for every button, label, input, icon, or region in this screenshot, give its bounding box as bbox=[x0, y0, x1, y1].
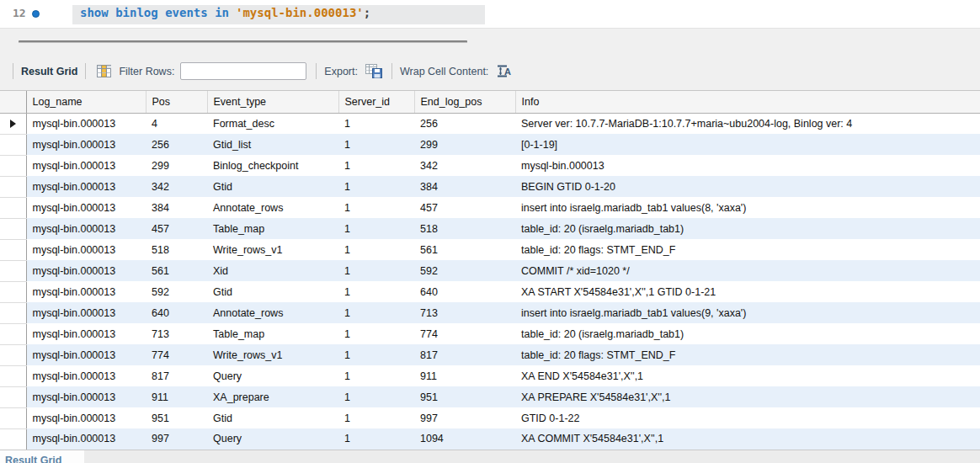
table-row[interactable]: mysql-bin.000013817Query1911XA END X'545… bbox=[0, 365, 980, 386]
cell-event_type[interactable]: Gtid bbox=[207, 176, 338, 197]
table-row[interactable]: mysql-bin.000013640Annotate_rows1713inse… bbox=[0, 302, 980, 323]
cell-info[interactable]: mysql-bin.000013 bbox=[515, 155, 980, 176]
pane-splitter-handle[interactable] bbox=[19, 40, 467, 43]
cell-pos[interactable]: 561 bbox=[146, 260, 207, 281]
cell-pos[interactable]: 951 bbox=[146, 407, 207, 428]
cell-log_name[interactable]: mysql-bin.000013 bbox=[26, 365, 146, 386]
row-selector[interactable] bbox=[0, 260, 26, 281]
cell-end_log_pos[interactable]: 561 bbox=[414, 239, 515, 260]
cell-pos[interactable]: 256 bbox=[146, 134, 207, 155]
cell-server_id[interactable]: 1 bbox=[338, 239, 414, 260]
row-selector[interactable] bbox=[0, 134, 26, 155]
cell-server_id[interactable]: 1 bbox=[338, 386, 414, 407]
table-row[interactable]: mysql-bin.000013457Table_map1518table_id… bbox=[0, 218, 980, 239]
row-selector[interactable] bbox=[0, 218, 26, 239]
cell-server_id[interactable]: 1 bbox=[338, 155, 414, 176]
cell-log_name[interactable]: mysql-bin.000013 bbox=[26, 302, 146, 323]
cell-info[interactable]: XA PREPARE X'54584e31',X'',1 bbox=[515, 386, 980, 407]
cell-event_type[interactable]: Binlog_checkpoint bbox=[207, 155, 338, 176]
row-selector-header[interactable] bbox=[0, 91, 26, 113]
cell-event_type[interactable]: Write_rows_v1 bbox=[207, 344, 338, 365]
table-row[interactable]: mysql-bin.000013592Gtid1640XA START X'54… bbox=[0, 281, 980, 302]
cell-log_name[interactable]: mysql-bin.000013 bbox=[26, 197, 146, 218]
cell-end_log_pos[interactable]: 640 bbox=[414, 281, 515, 302]
cell-event_type[interactable]: Gtid bbox=[207, 407, 338, 428]
cell-server_id[interactable]: 1 bbox=[338, 407, 414, 428]
table-row[interactable]: mysql-bin.000013384Annotate_rows1457inse… bbox=[0, 197, 980, 218]
cell-server_id[interactable]: 1 bbox=[338, 323, 414, 344]
cell-end_log_pos[interactable]: 518 bbox=[414, 218, 515, 239]
cell-event_type[interactable]: Annotate_rows bbox=[207, 197, 338, 218]
cell-info[interactable]: COMMIT /* xid=1020 */ bbox=[515, 260, 980, 281]
cell-log_name[interactable]: mysql-bin.000013 bbox=[26, 239, 146, 260]
cell-log_name[interactable]: mysql-bin.000013 bbox=[26, 281, 146, 302]
cell-end_log_pos[interactable]: 1094 bbox=[414, 428, 515, 450]
row-selector[interactable] bbox=[0, 176, 26, 197]
table-row[interactable]: mysql-bin.000013951Gtid1997GTID 0-1-22 bbox=[0, 407, 980, 428]
cell-log_name[interactable]: mysql-bin.000013 bbox=[26, 218, 146, 239]
table-row[interactable]: mysql-bin.000013997Query11094XA COMMIT X… bbox=[0, 428, 980, 450]
cell-server_id[interactable]: 1 bbox=[338, 428, 414, 450]
cell-info[interactable]: GTID 0-1-22 bbox=[515, 407, 980, 428]
row-selector[interactable] bbox=[0, 323, 26, 344]
column-header-event_type[interactable]: Event_type bbox=[207, 91, 338, 113]
cell-end_log_pos[interactable]: 457 bbox=[414, 197, 515, 218]
filter-rows-input[interactable] bbox=[180, 62, 306, 80]
cell-log_name[interactable]: mysql-bin.000013 bbox=[26, 155, 146, 176]
table-row[interactable]: mysql-bin.000013518Write_rows_v11561tabl… bbox=[0, 239, 980, 260]
cell-server_id[interactable]: 1 bbox=[338, 344, 414, 365]
cell-log_name[interactable]: mysql-bin.000013 bbox=[26, 134, 146, 155]
cell-pos[interactable]: 817 bbox=[146, 365, 207, 386]
sql-editor[interactable]: 12 show binlog events in'mysql-bin.00001… bbox=[0, 0, 980, 28]
cell-info[interactable]: table_id: 20 flags: STMT_END_F bbox=[515, 344, 980, 365]
cell-pos[interactable]: 342 bbox=[146, 176, 207, 197]
cell-info[interactable]: XA COMMIT X'54584e31',X'',1 bbox=[515, 428, 980, 450]
cell-log_name[interactable]: mysql-bin.000013 bbox=[26, 176, 146, 197]
cell-event_type[interactable]: Annotate_rows bbox=[207, 302, 338, 323]
cell-log_name[interactable]: mysql-bin.000013 bbox=[26, 428, 146, 450]
cell-pos[interactable]: 592 bbox=[146, 281, 207, 302]
cell-end_log_pos[interactable]: 817 bbox=[414, 344, 515, 365]
cell-info[interactable]: insert into israelg.mariadb_tab1 values(… bbox=[515, 197, 980, 218]
cell-event_type[interactable]: Gtid bbox=[207, 281, 338, 302]
table-row[interactable]: mysql-bin.000013911XA_prepare1951XA PREP… bbox=[0, 386, 980, 407]
row-selector[interactable] bbox=[0, 365, 26, 386]
cell-log_name[interactable]: mysql-bin.000013 bbox=[26, 323, 146, 344]
cell-event_type[interactable]: Query bbox=[207, 365, 338, 386]
cell-info[interactable]: Server ver: 10.7.7-MariaDB-1:10.7.7+mari… bbox=[515, 113, 980, 134]
cell-pos[interactable]: 713 bbox=[146, 323, 207, 344]
cell-end_log_pos[interactable]: 299 bbox=[414, 134, 515, 155]
cell-event_type[interactable]: Query bbox=[207, 428, 338, 450]
row-selector[interactable] bbox=[0, 302, 26, 323]
cell-server_id[interactable]: 1 bbox=[338, 365, 414, 386]
table-row[interactable]: mysql-bin.000013256Gtid_list1299[0-1-19] bbox=[0, 134, 980, 155]
column-header-pos[interactable]: Pos bbox=[146, 91, 207, 113]
cell-event_type[interactable]: Xid bbox=[207, 260, 338, 281]
column-header-info[interactable]: Info bbox=[515, 91, 980, 113]
row-selector[interactable] bbox=[0, 113, 26, 134]
cell-pos[interactable]: 457 bbox=[146, 218, 207, 239]
row-selector[interactable] bbox=[0, 155, 26, 176]
cell-info[interactable]: BEGIN GTID 0-1-20 bbox=[515, 176, 980, 197]
cell-info[interactable]: table_id: 20 flags: STMT_END_F bbox=[515, 239, 980, 260]
table-row[interactable]: mysql-bin.000013713Table_map1774table_id… bbox=[0, 323, 980, 344]
cell-end_log_pos[interactable]: 951 bbox=[414, 386, 515, 407]
cell-info[interactable]: table_id: 20 (israelg.mariadb_tab1) bbox=[515, 323, 980, 344]
cell-server_id[interactable]: 1 bbox=[338, 302, 414, 323]
cell-end_log_pos[interactable]: 713 bbox=[414, 302, 515, 323]
cell-event_type[interactable]: XA_prepare bbox=[207, 386, 338, 407]
column-header-log_name[interactable]: Log_name bbox=[26, 91, 146, 113]
row-selector[interactable] bbox=[0, 239, 26, 260]
row-selector[interactable] bbox=[0, 281, 26, 302]
cell-end_log_pos[interactable]: 774 bbox=[414, 323, 515, 344]
cell-log_name[interactable]: mysql-bin.000013 bbox=[26, 344, 146, 365]
row-selector[interactable] bbox=[0, 407, 26, 428]
cell-server_id[interactable]: 1 bbox=[338, 134, 414, 155]
table-row[interactable]: mysql-bin.000013774Write_rows_v11817tabl… bbox=[0, 344, 980, 365]
cell-pos[interactable]: 518 bbox=[146, 239, 207, 260]
cell-info[interactable]: table_id: 20 (israelg.mariadb_tab1) bbox=[515, 218, 980, 239]
table-row[interactable]: mysql-bin.000013299Binlog_checkpoint1342… bbox=[0, 155, 980, 176]
cell-event_type[interactable]: Table_map bbox=[207, 323, 338, 344]
cell-end_log_pos[interactable]: 911 bbox=[414, 365, 515, 386]
cell-server_id[interactable]: 1 bbox=[338, 281, 414, 302]
